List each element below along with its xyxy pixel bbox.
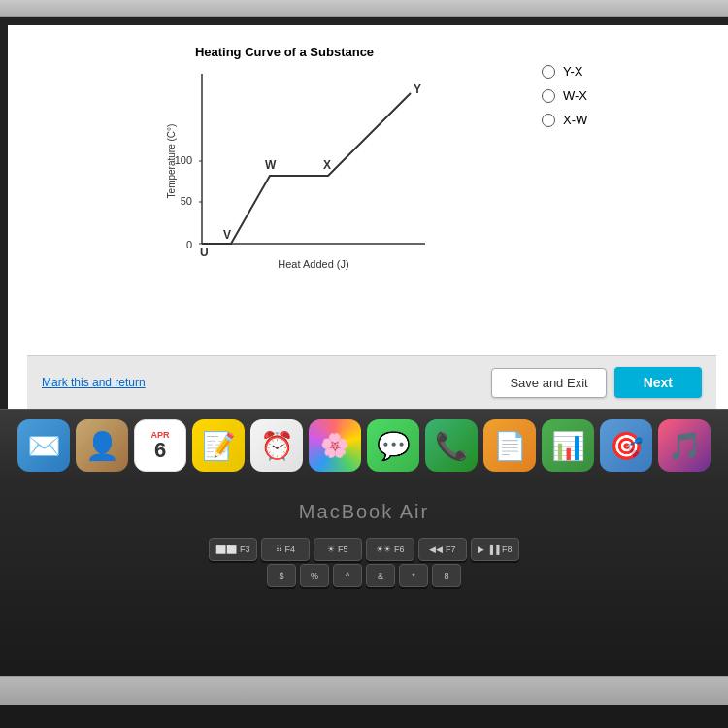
dock: ✉️ 👤 APR 6 📝 ⏰ 🌸 💬 📞 📄 📊 🎯 🎵 bbox=[0, 409, 728, 481]
mark-and-return-link[interactable]: Mark this and return bbox=[42, 376, 146, 389]
dock-icon-messages[interactable]: 💬 bbox=[367, 419, 419, 472]
options-area: Y-X W-X X-W bbox=[542, 35, 716, 355]
option-yx[interactable]: Y-X bbox=[542, 64, 716, 79]
laptop-bottom bbox=[0, 676, 728, 705]
svg-text:Y: Y bbox=[414, 83, 421, 96]
svg-text:U: U bbox=[200, 246, 209, 259]
key-8[interactable]: 8 bbox=[432, 564, 461, 587]
button-group: Save and Exit Next bbox=[491, 367, 702, 398]
svg-text:W: W bbox=[265, 158, 277, 172]
chart-svg: 0 50 100 Temperature (C°) Heat Added (J) bbox=[76, 64, 522, 278]
chart-question-area: Heating Curve of a Substance 0 50 100 bbox=[27, 35, 716, 355]
key-asterisk[interactable]: * bbox=[399, 564, 428, 587]
macbook-label: MacBook Air bbox=[0, 481, 728, 523]
option-yx-label: Y-X bbox=[563, 64, 582, 79]
key-f8[interactable]: ▶ ▐▐ F8 bbox=[471, 538, 519, 561]
radio-wx[interactable] bbox=[542, 89, 555, 103]
option-xw[interactable]: X-W bbox=[542, 113, 716, 127]
svg-text:Heat Added (J): Heat Added (J) bbox=[278, 258, 348, 270]
key-f4[interactable]: ⠿ F4 bbox=[261, 538, 310, 561]
save-and-exit-button[interactable]: Save and Exit bbox=[491, 368, 606, 398]
dock-icon-reminders[interactable]: ⏰ bbox=[250, 419, 303, 472]
dock-icon-pages[interactable]: 📄 bbox=[483, 419, 536, 472]
option-wx[interactable]: W-X bbox=[542, 88, 716, 103]
svg-text:100: 100 bbox=[175, 154, 192, 166]
screen-frame: Heating Curve of a Substance 0 50 100 bbox=[0, 17, 728, 409]
svg-text:0: 0 bbox=[186, 239, 192, 250]
key-dollar[interactable]: $ bbox=[267, 564, 296, 587]
dock-icon-facetime[interactable]: 📞 bbox=[425, 419, 478, 472]
laptop-bezel-top bbox=[0, 0, 728, 17]
svg-text:Temperature (C°): Temperature (C°) bbox=[166, 124, 177, 199]
radio-yx[interactable] bbox=[542, 65, 555, 79]
key-f7[interactable]: ◀◀ F7 bbox=[418, 538, 467, 561]
keyboard-row-num: $ % ^ & * 8 bbox=[0, 564, 728, 587]
dock-icon-numbers[interactable]: 📊 bbox=[542, 419, 594, 472]
svg-text:V: V bbox=[223, 228, 231, 242]
chart-title: Heating Curve of a Substance bbox=[47, 45, 522, 59]
keyboard-row-fn: ⬜⬜ F3 ⠿ F4 ☀ F5 ☀☀ F6 ◀◀ F7 ▶ ▐▐ F8 bbox=[0, 538, 728, 561]
key-percent[interactable]: % bbox=[300, 564, 329, 587]
key-f5[interactable]: ☀ F5 bbox=[314, 538, 362, 561]
key-ampersand[interactable]: & bbox=[366, 564, 395, 587]
option-wx-label: W-X bbox=[563, 88, 587, 103]
next-button[interactable]: Next bbox=[614, 367, 702, 398]
dock-icon-keynote[interactable]: 🎯 bbox=[600, 419, 652, 472]
svg-text:X: X bbox=[323, 158, 331, 172]
dock-icon-notes[interactable]: 📝 bbox=[192, 419, 245, 472]
dock-icon-contacts[interactable]: 👤 bbox=[76, 419, 128, 472]
dock-icon-photos[interactable]: 🌸 bbox=[309, 419, 361, 472]
dock-icon-itunes[interactable]: 🎵 bbox=[658, 419, 711, 472]
dock-icon-mail[interactable]: ✉️ bbox=[17, 419, 70, 472]
calendar-day: 6 bbox=[154, 440, 166, 461]
quiz-content: Heating Curve of a Substance 0 50 100 bbox=[8, 25, 728, 409]
chart-container: Heating Curve of a Substance 0 50 100 bbox=[27, 35, 532, 355]
key-caret[interactable]: ^ bbox=[333, 564, 362, 587]
bottom-bar: Mark this and return Save and Exit Next bbox=[27, 355, 716, 409]
dock-icon-calendar[interactable]: APR 6 bbox=[134, 419, 186, 472]
svg-text:50: 50 bbox=[181, 195, 192, 207]
key-f6[interactable]: ☀☀ F6 bbox=[366, 538, 414, 561]
radio-xw[interactable] bbox=[542, 114, 555, 127]
keyboard-area: MacBook Air ⬜⬜ F3 ⠿ F4 ☀ F5 ☀☀ F6 ◀◀ F7 … bbox=[0, 481, 728, 676]
key-f3[interactable]: ⬜⬜ F3 bbox=[209, 538, 257, 561]
screen: Heating Curve of a Substance 0 50 100 bbox=[8, 25, 728, 409]
option-xw-label: X-W bbox=[563, 113, 587, 127]
